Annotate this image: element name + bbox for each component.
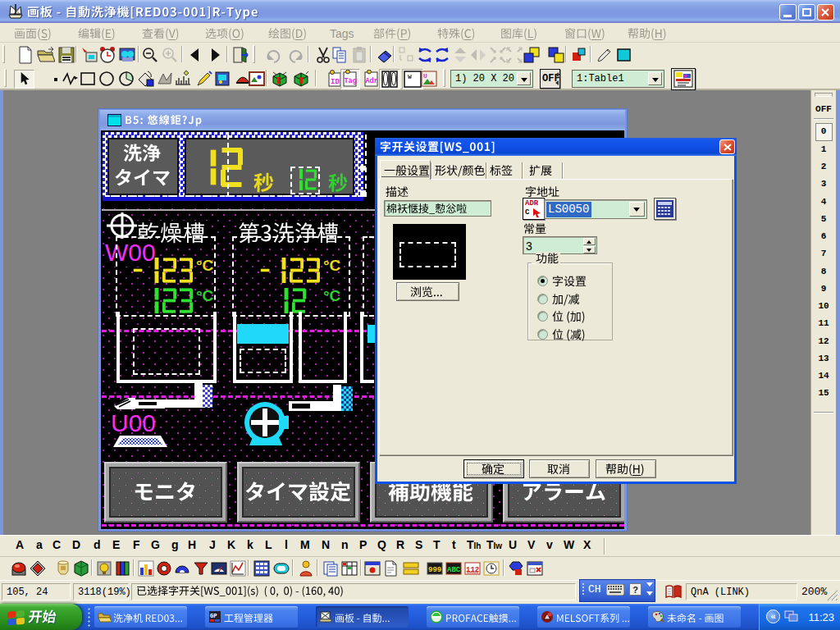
svg-text:Tag: Tag: [345, 77, 357, 85]
svg-text:ABC: ABC: [447, 566, 461, 574]
svg-text:999: 999: [428, 566, 441, 574]
svg-text:ID: ID: [331, 78, 340, 86]
svg-text:Adr: Adr: [366, 77, 378, 85]
svg-text:GP: GP: [210, 613, 217, 619]
svg-text:W: W: [408, 73, 412, 80]
svg-text:U: U: [423, 72, 427, 80]
svg-text:P: P: [683, 74, 687, 80]
